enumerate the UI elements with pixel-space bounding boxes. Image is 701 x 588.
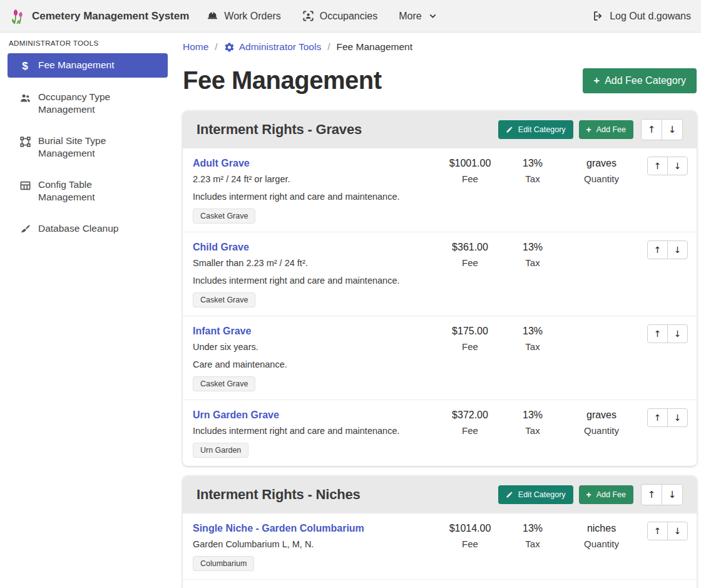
add-fee-category-button[interactable]: + Add Fee Category (583, 68, 697, 93)
fee-amount: $1014.00 (439, 523, 501, 534)
sidebar-item-occupancy-type-management[interactable]: Occupancy Type Management (8, 85, 168, 121)
fee-description-2: Includes interment right and care and ma… (193, 191, 432, 203)
breadcrumb-home[interactable]: Home (183, 41, 208, 53)
sidebar-item-label: Fee Management (38, 59, 115, 71)
main-content: Home / Administrator Tools / Fee Managem… (175, 33, 701, 588)
fee-row: Adult Grave 2.23 m² / 24 ft² or larger. … (183, 148, 697, 232)
fee-label: Fee (439, 425, 501, 436)
plus-icon: + (586, 490, 591, 499)
quantity-unit: graves (564, 410, 639, 421)
add-fee-label: Add Fee (596, 125, 626, 134)
sidebar-list: $ Fee Management Occupancy Type Manageme… (0, 53, 175, 241)
nav-occupancies[interactable]: Occupancies (302, 10, 378, 22)
fee-label: Fee (439, 257, 501, 268)
fee-amount: $361.00 (439, 242, 501, 253)
sidebar-item-label: Database Cleanup (38, 222, 118, 235)
move-fee-down-button[interactable]: ↓ (667, 157, 688, 175)
pencil-icon (506, 126, 513, 133)
fee-label: Fee (439, 539, 501, 549)
add-fee-button[interactable]: + Add Fee (579, 120, 633, 139)
quantity-label: Quantity (564, 539, 639, 549)
tax-amount: 13% (508, 242, 558, 253)
nav-items: Work Orders Occupancies More (207, 10, 436, 22)
sidebar-item-config-table-management[interactable]: Config Table Management (8, 173, 168, 209)
fee-type-badge: Columbarium (193, 556, 254, 571)
fee-row: Infant Grave Under six years. Care and m… (183, 316, 697, 400)
move-fee-up-button[interactable]: ↑ (647, 240, 668, 259)
edit-category-button[interactable]: Edit Category (498, 485, 573, 504)
move-fee-down-button[interactable]: ↓ (667, 324, 688, 343)
add-fee-button[interactable]: + Add Fee (579, 485, 633, 504)
brand-title: Cemetery Management System (32, 10, 189, 23)
move-category-down-button[interactable]: ↓ (662, 119, 683, 140)
nav-occupancies-label: Occupancies (320, 11, 378, 22)
move-fee-up-button[interactable]: ↑ (647, 408, 668, 427)
quantity-unit: graves (564, 158, 639, 169)
fee-row: Companion Niche - Garden Columbarium Gar… (183, 580, 697, 588)
add-fee-category-label: Add Fee Category (605, 75, 686, 86)
nav-more-label: More (399, 11, 421, 22)
fee-rows: Adult Grave 2.23 m² / 24 ft² or larger. … (183, 148, 697, 466)
plus-icon: + (586, 125, 591, 134)
sidebar-item-fee-management[interactable]: $ Fee Management (8, 53, 168, 78)
move-category-up-button[interactable]: ↑ (641, 484, 662, 505)
fee-reorder-group: ↑ ↓ (647, 240, 688, 259)
move-fee-up-button[interactable]: ↑ (647, 157, 668, 175)
brand: Cemetery Management System (10, 8, 189, 24)
fee-reorder-group: ↑ ↓ (647, 324, 688, 343)
quantity-label: Quantity (564, 173, 639, 184)
burial-frame-icon (19, 135, 31, 148)
category-reorder-group: ↑ ↓ (641, 484, 683, 505)
page-title: Fee Management (183, 66, 382, 95)
move-category-up-button[interactable]: ↑ (641, 119, 662, 140)
move-fee-down-button[interactable]: ↓ (667, 522, 688, 540)
add-fee-label: Add Fee (596, 490, 626, 499)
plus-icon: + (593, 75, 600, 86)
sidebar-item-database-cleanup[interactable]: Database Cleanup (8, 217, 168, 241)
breadcrumb-separator: / (215, 41, 217, 53)
nav-work-orders-label: Work Orders (224, 11, 280, 22)
move-fee-down-button[interactable]: ↓ (667, 240, 688, 259)
tax-label: Tax (508, 539, 558, 549)
tax-label: Tax (508, 173, 558, 184)
breadcrumb-current: Fee Management (337, 41, 413, 53)
sidebar-item-label: Burial Site Type Management (38, 135, 151, 160)
move-category-down-button[interactable]: ↓ (662, 484, 683, 505)
fee-label: Fee (439, 341, 501, 352)
navbar: Cemetery Management System Work Orders O… (0, 0, 701, 33)
quantity-unit: niches (564, 523, 639, 534)
fee-row: Child Grave Smaller than 2.23 m² / 24 ft… (183, 232, 697, 316)
fee-label: Fee (439, 173, 501, 184)
logout-icon (592, 10, 604, 22)
fee-description: Includes interment right and care and ma… (193, 425, 432, 437)
fee-type-badge: Urn Garden (193, 443, 248, 458)
broom-icon (19, 223, 31, 235)
fee-name-link[interactable]: Infant Grave (193, 326, 251, 337)
move-fee-down-button[interactable]: ↓ (667, 408, 688, 427)
fee-description: Smaller than 2.23 m² / 24 ft². (193, 257, 432, 269)
nav-more[interactable]: More (399, 11, 436, 22)
table-icon (19, 179, 31, 192)
fee-name-link[interactable]: Single Niche - Garden Columbarium (193, 523, 364, 534)
fee-type-badge: Casket Grave (193, 292, 255, 307)
nav-work-orders[interactable]: Work Orders (207, 10, 280, 22)
logout-button[interactable]: Log Out d.gowans (592, 10, 691, 22)
fee-name-link[interactable]: Adult Grave (193, 158, 250, 169)
move-fee-up-button[interactable]: ↑ (647, 522, 668, 540)
category-reorder-group: ↑ ↓ (641, 119, 683, 140)
fee-name-link[interactable]: Urn Garden Grave (193, 410, 279, 421)
edit-category-button[interactable]: Edit Category (498, 120, 573, 139)
breadcrumb-admin-tools[interactable]: Administrator Tools (224, 41, 322, 53)
breadcrumb-separator: / (327, 41, 330, 53)
category-title: Interment Rights - Graves (197, 121, 493, 138)
fee-type-badge: Casket Grave (193, 376, 255, 391)
category-list: Interment Rights - Graves Edit Category … (183, 111, 697, 588)
move-fee-up-button[interactable]: ↑ (647, 324, 668, 343)
tax-amount: 13% (508, 158, 558, 169)
sidebar-item-label: Config Table Management (38, 178, 151, 204)
sidebar-item-burial-site-type-management[interactable]: Burial Site Type Management (8, 129, 168, 165)
category-header: Interment Rights - Niches Edit Category … (183, 476, 697, 513)
sidebar: ADMINISTRATOR TOOLS $ Fee Management Occ… (0, 33, 175, 588)
fee-name-link[interactable]: Child Grave (193, 242, 249, 253)
fee-amount: $372.00 (439, 410, 501, 421)
